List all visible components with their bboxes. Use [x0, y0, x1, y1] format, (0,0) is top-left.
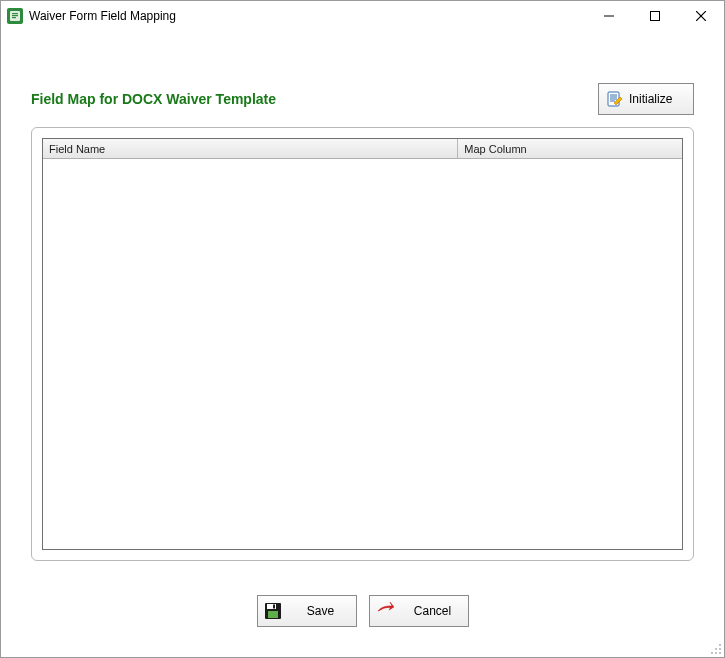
save-button[interactable]: Save [257, 595, 357, 627]
initialize-button[interactable]: Initialize [598, 83, 694, 115]
save-icon [264, 602, 282, 620]
svg-point-21 [711, 652, 713, 654]
svg-point-22 [715, 652, 717, 654]
grid-col-field-name[interactable]: Field Name [43, 139, 458, 158]
window-title: Waiver Form Field Mapping [29, 9, 176, 23]
minimize-button[interactable] [586, 1, 632, 31]
grid-col-map-column-label: Map Column [464, 143, 526, 155]
client-area: Field Map for DOCX Waiver Template Initi… [1, 31, 724, 657]
resize-grip[interactable] [708, 641, 722, 655]
svg-rect-4 [12, 17, 16, 18]
svg-rect-3 [12, 15, 18, 16]
maximize-button[interactable] [632, 1, 678, 31]
svg-point-23 [719, 652, 721, 654]
page-heading: Field Map for DOCX Waiver Template [31, 91, 276, 107]
initialize-icon [607, 91, 623, 107]
svg-point-18 [719, 644, 721, 646]
grid-panel: Field Name Map Column [31, 127, 694, 561]
svg-point-20 [719, 648, 721, 650]
titlebar: Waiver Form Field Mapping [1, 1, 724, 31]
save-label: Save [292, 604, 350, 618]
cancel-button[interactable]: Cancel [369, 595, 469, 627]
app-icon [7, 8, 23, 24]
heading-row: Field Map for DOCX Waiver Template Initi… [31, 83, 694, 115]
grid-header: Field Name Map Column [43, 139, 682, 159]
close-button[interactable] [678, 1, 724, 31]
svg-rect-16 [268, 611, 278, 618]
initialize-label: Initialize [629, 92, 672, 106]
field-map-grid[interactable]: Field Name Map Column [42, 138, 683, 550]
window-frame: Waiver Form Field Mapping Field Map for … [0, 0, 725, 658]
grid-body[interactable] [43, 159, 682, 549]
cancel-label: Cancel [404, 604, 462, 618]
footer-buttons: Save Cancel [1, 595, 724, 627]
grid-col-map-column[interactable]: Map Column [458, 139, 682, 158]
svg-rect-6 [651, 12, 660, 21]
svg-rect-2 [12, 13, 18, 14]
svg-point-19 [715, 648, 717, 650]
grid-col-field-name-label: Field Name [49, 143, 105, 155]
svg-line-8 [696, 11, 706, 21]
svg-rect-17 [273, 605, 275, 609]
svg-line-7 [696, 11, 706, 21]
window-controls [586, 1, 724, 31]
cancel-icon [376, 602, 394, 620]
